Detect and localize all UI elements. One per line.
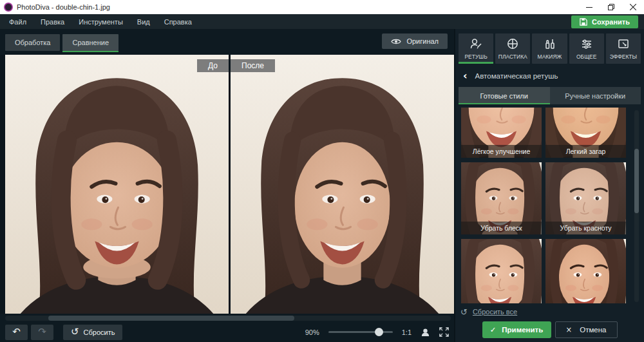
preset-thumbnail bbox=[545, 239, 626, 303]
titlebar: PhotoDiva - double-chin-1.jpg bbox=[0, 0, 644, 14]
close-icon bbox=[630, 4, 636, 10]
menu-view[interactable]: Вид bbox=[130, 14, 157, 29]
canvas-toolbar: Обработка Сравнение Оригинал bbox=[0, 29, 454, 55]
after-photo bbox=[231, 55, 454, 314]
reset-icon: ↺ bbox=[460, 308, 468, 316]
reset-icon: ↺ bbox=[71, 327, 79, 337]
minimize-button[interactable] bbox=[578, 0, 600, 14]
after-photo-canvas[interactable]: После bbox=[231, 55, 454, 314]
undo-icon: ↶ bbox=[12, 327, 21, 337]
subtab-ready-styles-label: Готовые стили bbox=[480, 92, 528, 100]
tool-tabs: РЕТУШЬ ПЛАСТИКА МАКИЯЖ ОБЩЕЕ ЭФФЕКТЫ bbox=[459, 33, 641, 64]
compare-view: До После bbox=[0, 55, 454, 314]
tab-effects-label: ЭФФЕКТЫ bbox=[610, 53, 637, 60]
section-title: Автоматическая ретушь bbox=[475, 72, 558, 80]
undo-button[interactable]: ↶ bbox=[5, 325, 28, 340]
redo-icon: ↷ bbox=[38, 327, 46, 337]
window-title: PhotoDiva - double-chin-1.jpg bbox=[17, 3, 110, 11]
minimize-icon bbox=[586, 4, 592, 10]
subtab-manual-settings-label: Ручные настройки bbox=[565, 92, 625, 100]
fit-face-icon[interactable] bbox=[421, 327, 430, 337]
apply-button-label: Применить bbox=[502, 326, 543, 334]
preset-light-tan[interactable]: Легкий загар bbox=[545, 108, 626, 158]
before-photo bbox=[5, 55, 229, 314]
horizontal-scrollbar-thumb[interactable] bbox=[48, 316, 294, 321]
eye-icon bbox=[391, 38, 401, 45]
photodiva-window: PhotoDiva - double-chin-1.jpg Файл Правк… bbox=[0, 0, 644, 342]
presets-grid: Лёгкое улучшение Легкий загар Убрать бле… bbox=[461, 108, 641, 303]
zoom-slider-thumb[interactable] bbox=[375, 328, 383, 336]
tab-makeup-label: МАКИЯЖ bbox=[538, 53, 562, 60]
save-button[interactable]: Сохранить bbox=[571, 15, 638, 28]
canvas-column: Обработка Сравнение Оригинал До После bbox=[0, 29, 454, 342]
photodiva-logo-icon bbox=[4, 3, 13, 12]
fullscreen-icon[interactable] bbox=[439, 327, 449, 337]
after-badge: После bbox=[231, 59, 275, 72]
presets-scroll-area: Лёгкое улучшение Легкий загар Убрать бле… bbox=[459, 108, 641, 303]
cancel-button[interactable]: × Отмена bbox=[555, 321, 618, 338]
subtab-manual-settings[interactable]: Ручные настройки bbox=[550, 87, 641, 104]
tab-retouch[interactable]: РЕТУШЬ bbox=[459, 33, 493, 64]
zoom-slider[interactable] bbox=[328, 331, 393, 333]
preset-label: Убрать красноту bbox=[545, 222, 626, 234]
preset-label: Легкий загар bbox=[545, 145, 626, 158]
restore-icon bbox=[608, 4, 614, 10]
retouch-icon bbox=[469, 37, 482, 50]
tab-makeup[interactable]: МАКИЯЖ bbox=[532, 33, 567, 64]
save-button-label: Сохранить bbox=[592, 18, 630, 26]
reset-button[interactable]: ↺ Сбросить bbox=[63, 325, 122, 340]
panel-actions: ✓ Применить × Отмена bbox=[459, 321, 641, 338]
menubar: Файл Правка Инструменты Вид Справка bbox=[0, 14, 644, 29]
before-photo-canvas[interactable]: До bbox=[5, 55, 229, 314]
preset-light-improvement[interactable]: Лёгкое улучшение bbox=[461, 108, 542, 158]
menu-edit[interactable]: Правка bbox=[33, 14, 71, 29]
tab-retouch-label: РЕТУШЬ bbox=[464, 53, 487, 60]
preset-label: Убрать блеск bbox=[461, 222, 542, 234]
preset-item[interactable] bbox=[461, 239, 542, 303]
general-icon bbox=[580, 37, 593, 50]
reset-all-link[interactable]: ↺ Сбросить все bbox=[460, 305, 641, 318]
preset-thumbnail bbox=[461, 239, 542, 303]
menu-tools[interactable]: Инструменты bbox=[71, 14, 130, 29]
apply-button[interactable]: ✓ Применить bbox=[482, 321, 551, 338]
back-icon[interactable]: ‹ bbox=[463, 71, 468, 81]
cancel-button-label: Отмена bbox=[580, 326, 606, 334]
ratio-label[interactable]: 1:1 bbox=[402, 328, 412, 336]
menu-help[interactable]: Справка bbox=[157, 14, 199, 29]
window-controls bbox=[578, 0, 644, 14]
restore-button[interactable] bbox=[600, 0, 622, 14]
subtab-ready-styles[interactable]: Готовые стили bbox=[459, 87, 550, 104]
effects-icon bbox=[617, 37, 630, 50]
preset-subtabs: Готовые стили Ручные настройки bbox=[459, 87, 641, 104]
zoom-value: 90% bbox=[305, 328, 319, 336]
tab-plastic[interactable]: ПЛАСТИКА bbox=[495, 33, 530, 64]
tab-general-label: ОБЩЕЕ bbox=[576, 53, 597, 60]
main-area: Обработка Сравнение Оригинал До После bbox=[0, 29, 644, 342]
tab-comparison[interactable]: Сравнение bbox=[62, 34, 118, 51]
zoom-controls: 90% 1:1 bbox=[305, 322, 449, 342]
statusbar: ↶ ↷ ↺ Сбросить 90% 1:1 bbox=[0, 322, 454, 342]
horizontal-scrollbar[interactable] bbox=[5, 316, 451, 321]
section-header: ‹ Автоматическая ретушь bbox=[459, 66, 641, 86]
menu-file[interactable]: Файл bbox=[2, 14, 33, 29]
save-icon bbox=[580, 18, 587, 26]
tab-plastic-label: ПЛАСТИКА bbox=[498, 53, 527, 60]
original-button[interactable]: Оригинал bbox=[382, 33, 448, 49]
preset-remove-shine[interactable]: Убрать блеск bbox=[461, 162, 542, 234]
vertical-scrollbar-thumb[interactable] bbox=[634, 149, 639, 213]
check-icon: ✓ bbox=[490, 325, 497, 334]
tab-processing[interactable]: Обработка bbox=[5, 34, 60, 51]
reset-button-label: Сбросить bbox=[84, 328, 115, 336]
redo-button[interactable]: ↷ bbox=[31, 325, 53, 340]
original-button-label: Оригинал bbox=[406, 37, 439, 45]
makeup-icon bbox=[544, 37, 556, 50]
retouch-panel: РЕТУШЬ ПЛАСТИКА МАКИЯЖ ОБЩЕЕ ЭФФЕКТЫ bbox=[454, 29, 644, 342]
tab-general[interactable]: ОБЩЕЕ bbox=[569, 33, 604, 64]
tab-processing-label: Обработка bbox=[15, 39, 50, 46]
tab-effects[interactable]: ЭФФЕКТЫ bbox=[606, 33, 641, 64]
close-button[interactable] bbox=[622, 0, 644, 14]
before-badge: До bbox=[197, 59, 229, 72]
vertical-scrollbar[interactable] bbox=[634, 110, 639, 302]
preset-remove-redness[interactable]: Убрать красноту bbox=[545, 162, 626, 234]
preset-item[interactable] bbox=[545, 239, 626, 303]
